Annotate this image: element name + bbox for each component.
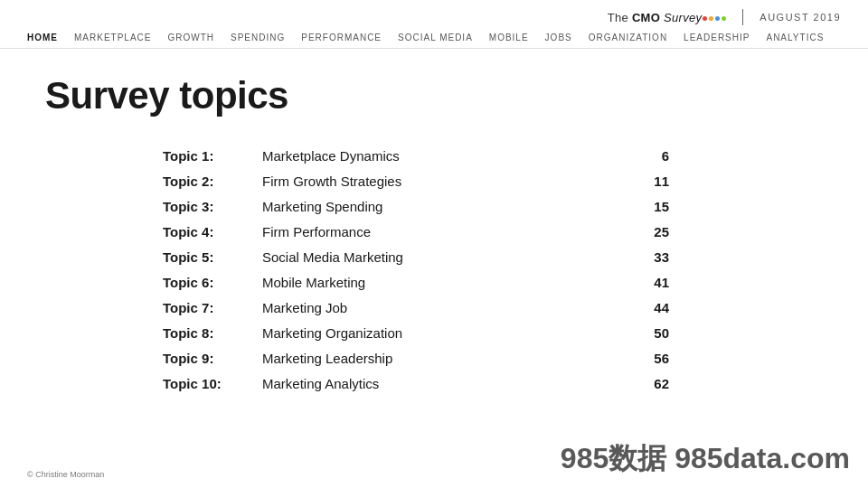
page-title: Survey topics: [45, 74, 823, 117]
topic-row: Topic 4:Firm Performance25: [163, 219, 669, 244]
topic-name: Social Media Marketing: [262, 249, 624, 265]
main-content: Survey topics Topic 1:Marketplace Dynami…: [0, 49, 868, 414]
dot-red: [703, 16, 707, 21]
topic-name: Marketing Spending: [262, 199, 624, 214]
topic-page: 44: [624, 300, 669, 315]
topic-row: Topic 2:Firm Growth Strategies11: [163, 168, 669, 193]
topic-label: Topic 10:: [163, 376, 262, 391]
copyright-text: © Christine Moorman: [27, 470, 104, 479]
nav-item-marketplace[interactable]: MARKETPLACE: [74, 33, 151, 42]
dot-blue: [715, 16, 720, 21]
topic-page: 6: [624, 148, 669, 164]
nav-item-growth[interactable]: GROWTH: [167, 33, 214, 42]
topics-list: Topic 1:Marketplace Dynamics6Topic 2:Fir…: [163, 143, 669, 396]
nav-item-analytics[interactable]: ANALYTICS: [766, 33, 824, 42]
brand-prefix: The: [608, 11, 632, 24]
footer: © Christine Moorman: [27, 470, 104, 479]
topic-page: 41: [624, 275, 669, 290]
topic-name: Mobile Marketing: [262, 275, 624, 290]
topic-name: Marketing Leadership: [262, 351, 624, 366]
nav-item-jobs[interactable]: JOBS: [545, 33, 572, 42]
topic-label: Topic 4:: [163, 224, 262, 239]
topic-name: Marketing Job: [262, 300, 624, 315]
watermark: 985数据 985data.com: [561, 439, 850, 479]
brand-cmo: CMO: [632, 11, 660, 24]
nav: HOME MARKETPLACE GROWTH SPENDING PERFORM…: [0, 29, 868, 49]
topic-name: Firm Performance: [262, 224, 624, 239]
nav-item-social-media[interactable]: SOCIAL MEDIA: [398, 33, 473, 42]
topic-label: Topic 2:: [163, 174, 262, 189]
nav-item-organization[interactable]: ORGANIZATION: [589, 33, 667, 42]
topic-page: 33: [624, 249, 669, 265]
topic-name: Marketing Organization: [262, 325, 624, 341]
brand-dots: [703, 16, 726, 21]
dot-orange: [709, 16, 713, 21]
topic-page: 25: [624, 224, 669, 239]
nav-item-spending[interactable]: SPENDING: [231, 33, 285, 42]
brand-date: AUGUST 2019: [760, 12, 841, 23]
topic-row: Topic 1:Marketplace Dynamics6: [163, 143, 669, 168]
nav-item-performance[interactable]: PERFORMANCE: [301, 33, 382, 42]
topic-row: Topic 10:Marketing Analytics62: [163, 371, 669, 396]
brand-divider: [742, 9, 743, 25]
topic-page: 15: [624, 199, 669, 214]
topic-page: 50: [624, 325, 669, 341]
watermark-text: 985数据 985data.com: [561, 442, 850, 474]
nav-item-leadership[interactable]: LEADERSHIP: [684, 33, 750, 42]
topic-page: 62: [624, 376, 669, 391]
topic-label: Topic 5:: [163, 249, 262, 265]
topic-row: Topic 9:Marketing Leadership56: [163, 345, 669, 371]
brand-survey: Survey: [664, 11, 702, 24]
topic-row: Topic 8:Marketing Organization50: [163, 320, 669, 345]
topic-row: Topic 7:Marketing Job44: [163, 295, 669, 320]
topic-page: 56: [624, 351, 669, 366]
topic-label: Topic 7:: [163, 300, 262, 315]
topic-row: Topic 3:Marketing Spending15: [163, 193, 669, 219]
topic-label: Topic 6:: [163, 275, 262, 290]
topic-page: 11: [624, 174, 669, 189]
nav-item-mobile[interactable]: MOBILE: [489, 33, 529, 42]
topic-row: Topic 5:Social Media Marketing33: [163, 244, 669, 269]
topic-label: Topic 1:: [163, 148, 262, 164]
brand-area: The CMO Survey AUGUST 2019: [608, 9, 841, 25]
nav-item-home[interactable]: HOME: [27, 33, 58, 42]
dot-green: [722, 16, 726, 21]
topic-label: Topic 9:: [163, 351, 262, 366]
topic-label: Topic 8:: [163, 325, 262, 341]
topic-name: Marketing Analytics: [262, 376, 624, 391]
topic-label: Topic 3:: [163, 199, 262, 214]
topic-name: Marketplace Dynamics: [262, 148, 624, 164]
brand-logo: The CMO Survey: [608, 11, 727, 24]
header: The CMO Survey AUGUST 2019: [0, 0, 868, 29]
topic-name: Firm Growth Strategies: [262, 174, 624, 189]
topic-row: Topic 6:Mobile Marketing41: [163, 269, 669, 295]
